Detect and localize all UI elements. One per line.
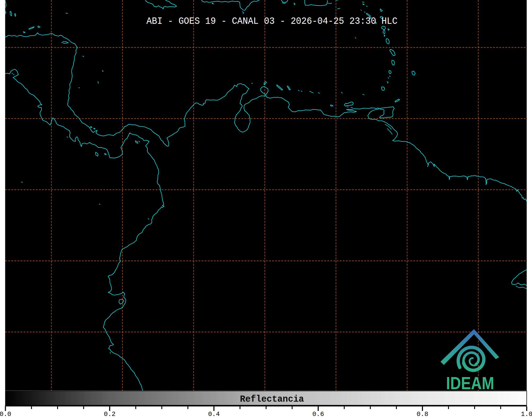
- svg-text:0.6: 0.6: [312, 411, 324, 417]
- svg-text:1.0: 1.0: [521, 411, 532, 417]
- svg-text:0.2: 0.2: [104, 411, 116, 417]
- svg-text:Reflectancia: Reflectancia: [240, 394, 304, 405]
- svg-text:ABI - GOES 19 - CANAL 03 - 202: ABI - GOES 19 - CANAL 03 - 2026-04-25 23…: [147, 16, 398, 27]
- svg-text:0.4: 0.4: [208, 411, 220, 417]
- svg-text:IDEAM: IDEAM: [446, 373, 494, 393]
- svg-text:0.0: 0.0: [0, 411, 11, 417]
- svg-text:0.8: 0.8: [417, 411, 428, 417]
